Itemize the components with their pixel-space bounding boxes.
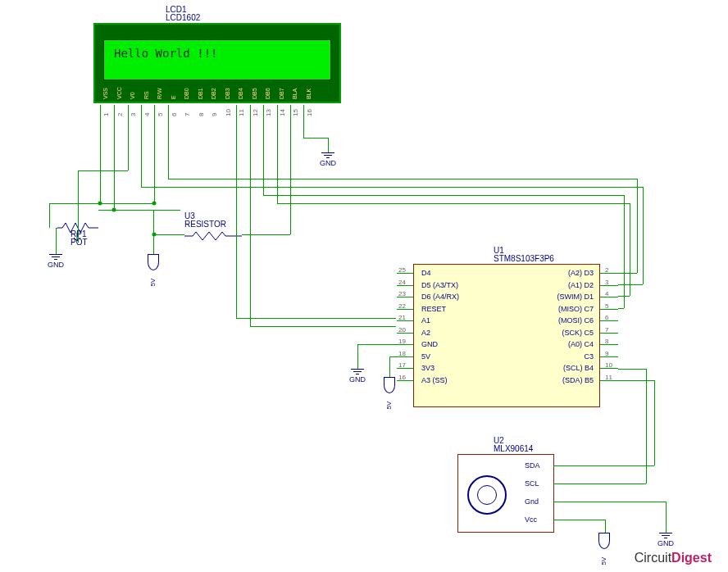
tag-5v-label: 5V: [149, 279, 157, 287]
mcu-pin-label: 5V: [421, 352, 430, 361]
mcu-part: STM8S103F3P6: [494, 254, 554, 263]
lcd-pin-num: 7: [184, 113, 191, 116]
lcd-pin-label: DB7: [279, 88, 284, 99]
resistor: [184, 229, 242, 244]
lcd-pin-num: 4: [143, 113, 151, 116]
lcd-pin-label: VCC: [116, 87, 122, 99]
lcd-pin-label: E: [171, 95, 176, 99]
sensor-lens-inner: [477, 485, 497, 505]
lcd-pin-num: 12: [252, 109, 259, 116]
tag-5v: [384, 377, 395, 393]
mcu-pin-label: (MISO) C7: [558, 305, 594, 313]
tag-5v-label: 5V: [600, 557, 607, 565]
sensor-pin-label: SCL: [525, 479, 539, 488]
mcu-pin-label: (SWIM) D1: [557, 293, 594, 301]
lcd-pin-num: 6: [171, 113, 178, 116]
mcu-pin-label: 3V3: [421, 364, 435, 372]
lcd-pin-num: 9: [211, 113, 218, 116]
lcd-pin-label: DB6: [265, 88, 271, 99]
mcu-pin-label: (A0) C4: [568, 340, 594, 348]
tag-5v: [598, 533, 610, 549]
lcd-pin-label: R/W: [157, 88, 162, 99]
lcd-pin-label: DB1: [198, 88, 203, 99]
lcd-pin-label: DB5: [252, 88, 257, 99]
mcu-pin-label: (A2) D3: [568, 269, 594, 277]
mcu-pin-label: C3: [584, 352, 594, 361]
mcu-pin-label: D5 (A3/TX): [421, 281, 458, 289]
lcd-pin-num: 1: [102, 113, 110, 116]
lcd-pin-label: V0: [130, 92, 135, 99]
mcu-pin-label: (MOSI) C6: [558, 316, 594, 325]
lcd-pin-num: 10: [225, 109, 232, 116]
resistor-value: RESISTOR: [184, 220, 226, 229]
mcu-pin-label: (SCL) B4: [563, 364, 594, 372]
lcd-pin-label: DB0: [184, 88, 189, 99]
lcd-pin-label: BLK: [306, 89, 312, 99]
mcu-pin-label: (SCK) C5: [562, 329, 594, 337]
lcd-pin-num: 15: [292, 109, 299, 116]
logo-part1: Circuit: [635, 551, 671, 565]
lcd-pin-label: BLA: [292, 89, 298, 99]
logo: CircuitDigest: [635, 551, 712, 565]
lcd-pin-num: 5: [157, 113, 164, 116]
tag-5v-label: 5V: [385, 402, 393, 410]
mcu-pin-label: GND: [421, 340, 438, 348]
lcd-pin-num: 16: [306, 109, 313, 116]
lcd-pin-num: 3: [130, 113, 137, 116]
lcd-pin-num: 8: [198, 113, 205, 116]
lcd-pin-label: RS: [143, 91, 149, 99]
lcd-pin-label: DB4: [238, 88, 243, 99]
mcu-pin-label: (SDA) B5: [562, 376, 594, 384]
sensor-pin-label: SDA: [525, 461, 540, 470]
sensor-pin-label: Vcc: [525, 515, 537, 524]
mcu-pin-label: A1: [421, 316, 430, 325]
mcu-pin-label: A3 (SS): [421, 376, 448, 384]
mcu-pin-label: D6 (A4/RX): [421, 293, 459, 301]
lcd-pin-label: DB2: [211, 88, 216, 99]
lcd-pin-num: 11: [238, 109, 245, 116]
mcu-pin-label: RESET: [421, 305, 446, 313]
lcd-pin-label: VSS: [102, 88, 108, 99]
lcd-pin-num: 14: [279, 109, 286, 116]
lcd-pin-num: 13: [265, 109, 272, 116]
lcd-part: LCD1602: [166, 13, 200, 22]
mcu-pin-label: D4: [421, 269, 431, 277]
lcd-pin-label: DB3: [225, 88, 230, 99]
lcd-pin-num: 2: [116, 113, 124, 116]
sensor-part: MLX90614: [494, 444, 533, 453]
sensor-pin-label: Gnd: [525, 497, 539, 506]
tag-5v: [148, 254, 159, 270]
mcu-pin-label: A2: [421, 329, 430, 337]
mcu-pin-label: (A1) D2: [568, 281, 594, 289]
lcd-screen: Hello World !!!: [103, 39, 331, 80]
logo-part2: Digest: [671, 551, 712, 565]
